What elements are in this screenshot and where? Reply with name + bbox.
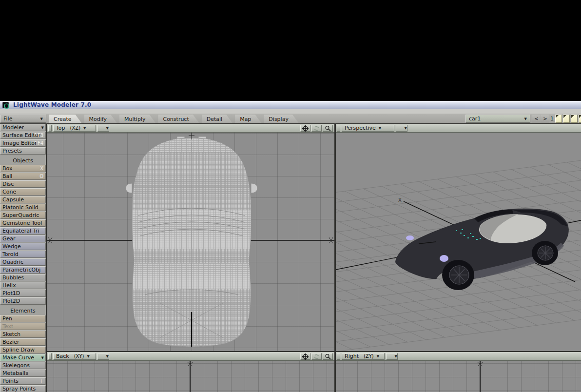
viewport-top-type-dropdown[interactable]: Top (XZ) ▼	[53, 125, 96, 132]
sidebar-item-surface-editor[interactable]: Surface Editor^F3	[0, 132, 46, 139]
file-menu-button[interactable]: File ▼	[0, 115, 46, 123]
sidebar-item-toroid[interactable]: Toroid	[0, 251, 46, 258]
sidebar-item-text[interactable]: Text	[0, 323, 46, 330]
tab-multiply[interactable]: Multiply	[119, 115, 156, 124]
layer-tab-1[interactable]	[555, 115, 562, 123]
viewport-right-style-dropdown[interactable]: ▼	[386, 353, 398, 360]
sidebar-item-label: Quadric	[2, 259, 23, 265]
viewport-perspective: Perspective ▼ ▼ X	[336, 124, 581, 351]
tab-construct[interactable]: Construct	[158, 115, 199, 124]
tab-display[interactable]: Display	[264, 115, 299, 124]
sidebar-item-capsule[interactable]: Capsule	[0, 196, 46, 203]
viewport-perspective-canvas[interactable]: X	[336, 133, 581, 351]
sidebar-item-label: Sketch	[2, 331, 20, 337]
viewport-corner-handle[interactable]	[337, 353, 340, 360]
axis-origin-marker	[48, 237, 53, 243]
sidebar-item-presets[interactable]: Presets	[0, 147, 46, 155]
axis-top-marker	[187, 361, 194, 367]
sidebar-item-spray-points[interactable]: Spray Points	[0, 385, 46, 392]
sidebar-item-gemstone-tool[interactable]: Gemstone Tool	[0, 219, 46, 227]
zoom-icon[interactable]	[323, 125, 333, 132]
lightwave-logo-icon	[2, 102, 9, 108]
sidebar-item-helix[interactable]: Helix	[0, 282, 46, 289]
layer-tab-2[interactable]	[563, 115, 570, 123]
viewport-right-type-dropdown[interactable]: Right (ZY) ▼	[342, 353, 385, 360]
chevron-down-icon: ▼	[106, 354, 109, 358]
layer-tab-3[interactable]	[571, 115, 578, 123]
sidebar-item-superquadric[interactable]: SuperQuadric	[0, 212, 46, 219]
viewport-corner-handle[interactable]	[48, 353, 52, 360]
sidebar-item-skelegons[interactable]: Skelegons	[0, 362, 46, 369]
layer-next-button[interactable]: >	[541, 115, 549, 123]
viewport-top-style-dropdown[interactable]: ▼	[97, 125, 109, 132]
sidebar-item-bezier[interactable]: Bezier	[0, 338, 46, 346]
chevron-down-icon: ▼	[87, 354, 89, 358]
sidebar-item-parametricobj[interactable]: ParametricObj	[0, 266, 46, 274]
viewport-perspective-type-dropdown[interactable]: Perspective ▼	[342, 125, 394, 132]
sidebar-item-quadric[interactable]: Quadric	[0, 258, 46, 266]
rotate-icon[interactable]	[311, 353, 322, 360]
sidebar-item-equilateral-tri[interactable]: Equilateral Tri	[0, 227, 46, 235]
layer-tab-4[interactable]	[579, 115, 581, 123]
sidebar-item-sketch[interactable]: Sketch	[0, 331, 46, 338]
sidebar-item-platonic-solid[interactable]: Platonic Solid	[0, 204, 46, 211]
headlight	[440, 255, 448, 262]
sidebar-item-label: SuperQuadric	[2, 212, 39, 218]
sidebar-item-bubbles[interactable]: Bubbles	[0, 274, 46, 281]
shortcut-label: X	[40, 166, 43, 171]
top-view-drawing	[47, 133, 334, 351]
tab-modify[interactable]: Modify	[84, 115, 117, 124]
perspective-drawing: X	[336, 133, 581, 351]
sidebar-item-modeler[interactable]: Modeler▼	[0, 124, 46, 131]
viewport-back-style-dropdown[interactable]: ▼	[97, 353, 109, 360]
shortcut-label: ^F3	[34, 133, 44, 138]
chevron-down-icon: ▼	[377, 354, 379, 358]
sidebar-item-box[interactable]: BoxX	[0, 165, 46, 172]
sidebar-item-spline-draw[interactable]: Spline Draw	[0, 346, 46, 353]
viewport-perspective-header: Perspective ▼ ▼	[336, 124, 581, 133]
sidebar-item-pen[interactable]: Pen	[0, 315, 46, 322]
tab-create[interactable]: Create	[49, 115, 82, 124]
chevron-down-icon: ▼	[83, 126, 86, 130]
viewport-corner-handle[interactable]	[337, 125, 340, 132]
sidebar-item-label: Spline Draw	[2, 347, 35, 353]
sidebar-item-image-editor[interactable]: Image Editor^F4	[0, 139, 46, 147]
move-icon[interactable]	[300, 353, 310, 360]
sidebar-item-label: Modeler	[2, 124, 24, 131]
sidebar-item-label: ParametricObj	[2, 267, 40, 273]
tab-detail[interactable]: Detail	[202, 115, 233, 124]
move-icon[interactable]	[300, 125, 310, 132]
sidebar-item-points[interactable]: Points+	[0, 377, 46, 385]
sidebar-item-gear[interactable]: Gear	[0, 235, 46, 242]
rotate-icon[interactable]	[311, 125, 322, 132]
sidebar-item-plot1d[interactable]: Plot1D	[0, 290, 46, 297]
sidebar-item-make-curve[interactable]: Make Curve▼	[0, 354, 46, 361]
viewport-perspective-style-dropdown[interactable]: ▼	[396, 125, 407, 132]
sidebar-item-disc[interactable]: Disc	[0, 180, 46, 188]
viewport-right-canvas[interactable]	[336, 361, 581, 392]
x-axis-label: X	[398, 197, 402, 203]
sidebar-item-ball[interactable]: BallO	[0, 173, 46, 180]
sidebar-item-label: Disc	[2, 181, 14, 187]
viewport-back-canvas[interactable]	[47, 361, 334, 392]
viewport-top-canvas[interactable]	[47, 133, 334, 351]
sidebar-item-metaballs[interactable]: Metaballs	[0, 370, 46, 377]
viewport-right-header: Right (ZY) ▼ ▼	[336, 352, 581, 361]
sidebar-item-plot2d[interactable]: Plot2D	[0, 297, 46, 305]
layer-prev-button[interactable]: <	[532, 115, 541, 123]
chevron-left-icon: <	[534, 116, 538, 121]
chevron-down-icon: ▼	[41, 356, 44, 360]
sidebar-item-label: Points	[2, 378, 19, 384]
sidebar-section-header-elements: Elements	[0, 307, 46, 315]
zoom-icon[interactable]	[323, 353, 333, 360]
viewport-corner-handle[interactable]	[48, 125, 52, 132]
sidebar-item-label: Metaballs	[2, 370, 28, 376]
sidebar-item-cone[interactable]: Cone	[0, 188, 46, 196]
viewport-back-type-dropdown[interactable]: Back (XY) ▼	[53, 353, 96, 360]
tab-map[interactable]: Map	[235, 115, 262, 124]
axis-origin-marker	[329, 237, 333, 243]
object-selector[interactable]: car1 ▼	[465, 115, 530, 123]
sidebar-item-wedge[interactable]: Wedge	[0, 243, 46, 250]
titlebar[interactable]: LightWave Modeler 7.0	[0, 101, 581, 109]
sidebar-item-label: Pen	[2, 315, 12, 322]
